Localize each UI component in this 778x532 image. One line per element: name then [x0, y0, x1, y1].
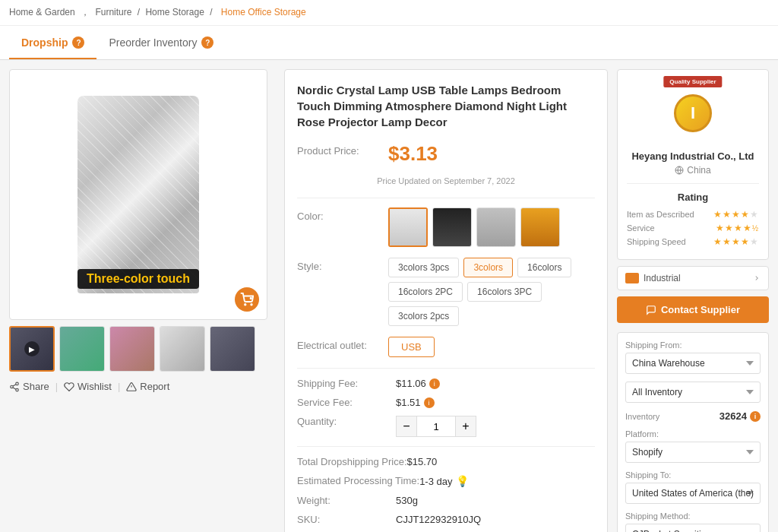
sku-row: SKU: CJJT122932910JQ	[297, 514, 595, 525]
quantity-row: Quantity: − +	[297, 416, 595, 437]
breadcrumb-home-garden[interactable]: Home & Garden	[9, 7, 75, 17]
main-content: Three-color touch ▶	[0, 60, 778, 532]
rating-row-service: Service ★★★★½	[627, 223, 759, 233]
style-opt-3[interactable]: 16colors 2PC	[388, 282, 463, 302]
color-opt-4[interactable]	[520, 207, 560, 247]
inventory-value: 32624 i	[719, 410, 761, 422]
tab-dropship[interactable]: Dropship ?	[9, 26, 96, 59]
color-opt-3[interactable]	[476, 207, 516, 247]
style-opt-4[interactable]: 16colors 3PC	[467, 282, 542, 302]
svg-point-0	[245, 304, 246, 306]
product-title: Nordic Crystal Lamp USB Table Lamps Bedr…	[297, 82, 595, 130]
color-label: Color:	[297, 207, 381, 222]
category-tag[interactable]: Industrial	[617, 266, 769, 290]
price-row: Product Price: $3.13	[297, 142, 595, 166]
color-opt-2[interactable]	[432, 207, 472, 247]
quantity-input[interactable]	[417, 416, 455, 437]
quantity-control: − +	[396, 416, 476, 437]
breadcrumb-active: Home Office Storage	[221, 7, 306, 17]
stars-described: ★★★★★	[713, 209, 759, 220]
total-price-value: $15.70	[407, 456, 438, 467]
supplier-card: Quality Supplier I Heyang Industrial Co.…	[617, 69, 769, 260]
supplier-country: China	[675, 165, 710, 176]
inventory-count-row: Inventory 32624 i	[625, 410, 761, 422]
rating-row-shipping: Shipping Speed ★★★★★	[627, 236, 759, 247]
service-fee-row: Service Fee: $1.51 i	[297, 397, 595, 408]
color-opt-1[interactable]	[388, 207, 428, 247]
thumb-4[interactable]	[160, 326, 205, 372]
shipping-to-select[interactable]: United States of America (the)	[625, 483, 761, 504]
svg-line-7	[13, 387, 16, 388]
rating-row-described: Item as Described ★★★★★	[627, 209, 759, 220]
shipping-from-label: Shipping From:	[625, 340, 761, 350]
outlet-usb[interactable]: USB	[388, 337, 435, 357]
inventory-type-select[interactable]: All Inventory	[625, 382, 761, 403]
breadcrumb-home-storage[interactable]: Home Storage	[145, 7, 204, 17]
quantity-increase[interactable]: +	[455, 416, 476, 437]
add-to-store-icon[interactable]	[235, 287, 259, 312]
color-row: Color:	[297, 207, 595, 247]
quality-banner: Quality Supplier	[663, 76, 722, 87]
platform-row: Platform: Shopify	[625, 429, 761, 463]
style-opt-2[interactable]: 16colors	[517, 258, 571, 277]
shipping-from-row: Shipping From: China Warehouse	[625, 340, 761, 374]
weight-label: Weight:	[297, 495, 396, 506]
shipping-form: Shipping From: China Warehouse All Inven…	[617, 332, 769, 532]
shipping-method-label: Shipping Method:	[625, 511, 761, 521]
bulb-icon: 💡	[456, 475, 469, 487]
thumb-2[interactable]	[59, 326, 105, 372]
shipping-fee-label: Shipping Fee:	[297, 378, 396, 389]
tab-preorder[interactable]: Preorder Inventory ?	[96, 26, 226, 59]
thumbnail-strip: ▶	[9, 326, 275, 372]
price-label: Product Price:	[297, 142, 381, 157]
thumb-3[interactable]	[109, 326, 155, 372]
breadcrumb-furniture[interactable]: Furniture	[95, 7, 131, 17]
thumb-1[interactable]: ▶	[9, 326, 55, 372]
supplier-name: Heyang Industrial Co., Ltd	[631, 150, 754, 162]
style-opt-5[interactable]: 3colors 2pcs	[388, 306, 459, 326]
left-panel: Three-color touch ▶	[9, 69, 275, 532]
shipping-info-icon[interactable]: i	[429, 378, 440, 389]
play-icon: ▶	[24, 341, 40, 356]
wishlist-button[interactable]: Wishlist	[64, 381, 112, 392]
total-price-label: Total Dropshipping Price:	[297, 456, 407, 467]
shipping-fee-row: Shipping Fee: $11.06 i	[297, 378, 595, 389]
report-button[interactable]: Report	[126, 381, 169, 392]
shipping-method-row: Shipping Method: CJPacket Sensitive	[625, 511, 761, 532]
style-opt-0[interactable]: 3colors 3pcs	[388, 258, 459, 277]
product-detail-panel: Nordic Crystal Lamp USB Table Lamps Bedr…	[284, 69, 608, 532]
platform-label: Platform:	[625, 429, 761, 439]
service-fee-value: $1.51 i	[396, 397, 435, 408]
style-opt-1[interactable]: 3colors	[463, 258, 513, 277]
price-value: $3.13	[388, 142, 438, 165]
platform-select[interactable]: Shopify	[625, 442, 761, 463]
processing-time-value: 1-3 day 💡	[419, 475, 468, 487]
thumb-5[interactable]	[210, 326, 255, 372]
price-updated: Price Updated on September 7, 2022	[297, 176, 595, 185]
processing-time-row: Estimated Processing Time: 1-3 day 💡	[297, 475, 595, 487]
lamp-shape	[77, 96, 199, 293]
sku-value: CJJT122932910JQ	[396, 514, 481, 525]
contact-supplier-button[interactable]: Contact Supplier	[617, 296, 769, 323]
supplier-badge: Quality Supplier I Heyang Industrial Co.…	[627, 79, 759, 176]
inventory-info-icon[interactable]: i	[750, 411, 761, 422]
weight-row: Weight: 530g	[297, 495, 595, 506]
stars-service: ★★★★½	[716, 223, 759, 233]
shipping-from-select[interactable]: China Warehouse	[625, 353, 761, 374]
shipping-to-row: Shipping To: United States of America (t…	[625, 470, 761, 504]
share-button[interactable]: Share	[9, 381, 49, 392]
shipping-method-select[interactable]: CJPacket Sensitive	[625, 524, 761, 532]
shipping-to-label: Shipping To:	[625, 470, 761, 480]
sku-label: SKU:	[297, 514, 396, 525]
service-info-icon[interactable]: i	[424, 397, 435, 408]
svg-point-4	[16, 382, 19, 385]
dropship-help-icon[interactable]: ?	[72, 36, 84, 49]
quantity-decrease[interactable]: −	[396, 416, 417, 437]
quantity-label: Quantity:	[297, 416, 396, 437]
inventory-type-row: All Inventory	[625, 382, 761, 403]
shipping-fee-value: $11.06 i	[396, 378, 440, 389]
category-icon	[625, 273, 639, 283]
preorder-help-icon[interactable]: ?	[201, 36, 213, 49]
tab-bar: Dropship ? Preorder Inventory ?	[0, 26, 778, 60]
style-row: Style: 3colors 3pcs 3colors 16colors 16c…	[297, 258, 595, 326]
